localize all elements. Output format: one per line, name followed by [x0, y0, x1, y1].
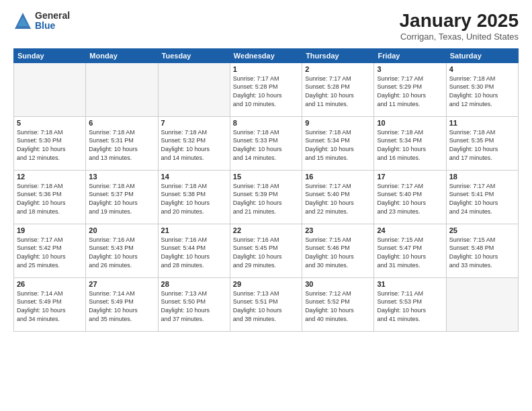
calendar-cell-w5-d2: 27Sunrise: 7:14 AM Sunset: 5:49 PM Dayli…: [86, 277, 158, 331]
col-sunday: Sunday: [14, 48, 86, 62]
day-number: 31: [377, 280, 443, 288]
day-number: 9: [305, 119, 371, 127]
calendar-cell-w1-d1: [14, 62, 86, 116]
calendar-cell-w2-d3: 7Sunrise: 7:18 AM Sunset: 5:32 PM Daylig…: [158, 116, 230, 170]
calendar-cell-w2-d7: 11Sunrise: 7:18 AM Sunset: 5:35 PM Dayli…: [446, 116, 518, 170]
logo: General Blue: [13, 11, 70, 32]
day-number: 4: [449, 65, 515, 73]
calendar-cell-w3-d2: 13Sunrise: 7:18 AM Sunset: 5:37 PM Dayli…: [86, 170, 158, 224]
day-number: 20: [89, 226, 154, 234]
calendar-cell-w3-d5: 16Sunrise: 7:17 AM Sunset: 5:40 PM Dayli…: [302, 170, 374, 224]
day-detail: Sunrise: 7:14 AM Sunset: 5:49 PM Dayligh…: [17, 289, 83, 323]
day-number: 2: [305, 65, 371, 73]
day-detail: Sunrise: 7:18 AM Sunset: 5:35 PM Dayligh…: [449, 128, 515, 162]
day-detail: Sunrise: 7:18 AM Sunset: 5:34 PM Dayligh…: [377, 128, 443, 162]
day-detail: Sunrise: 7:18 AM Sunset: 5:32 PM Dayligh…: [161, 128, 227, 162]
day-detail: Sunrise: 7:13 AM Sunset: 5:50 PM Dayligh…: [161, 289, 227, 323]
calendar-cell-w3-d3: 14Sunrise: 7:18 AM Sunset: 5:38 PM Dayli…: [158, 170, 230, 224]
calendar-cell-w4-d7: 25Sunrise: 7:15 AM Sunset: 5:48 PM Dayli…: [446, 224, 518, 277]
col-friday: Friday: [374, 48, 446, 62]
day-detail: Sunrise: 7:17 AM Sunset: 5:28 PM Dayligh…: [233, 75, 299, 108]
month-title: January 2025: [400, 11, 519, 32]
day-number: 26: [17, 280, 83, 288]
day-number: 28: [161, 280, 227, 288]
day-detail: Sunrise: 7:17 AM Sunset: 5:41 PM Dayligh…: [449, 182, 515, 216]
day-number: 30: [305, 280, 371, 288]
day-detail: Sunrise: 7:11 AM Sunset: 5:53 PM Dayligh…: [377, 289, 443, 323]
day-detail: Sunrise: 7:17 AM Sunset: 5:42 PM Dayligh…: [17, 236, 83, 269]
day-detail: Sunrise: 7:18 AM Sunset: 5:30 PM Dayligh…: [17, 128, 83, 162]
location-subtitle: Corrigan, Texas, United States: [400, 32, 519, 42]
calendar-cell-w1-d7: 4Sunrise: 7:18 AM Sunset: 5:30 PM Daylig…: [446, 62, 518, 116]
logo-text: General Blue: [35, 11, 70, 32]
calendar-cell-w2-d2: 6Sunrise: 7:18 AM Sunset: 5:31 PM Daylig…: [86, 116, 158, 170]
calendar-cell-w4-d2: 20Sunrise: 7:16 AM Sunset: 5:43 PM Dayli…: [86, 224, 158, 277]
day-detail: Sunrise: 7:18 AM Sunset: 5:38 PM Dayligh…: [161, 182, 227, 216]
day-detail: Sunrise: 7:17 AM Sunset: 5:40 PM Dayligh…: [305, 182, 371, 216]
calendar-cell-w5-d6: 31Sunrise: 7:11 AM Sunset: 5:53 PM Dayli…: [374, 277, 446, 331]
day-number: 21: [161, 226, 227, 234]
calendar-cell-w4-d1: 19Sunrise: 7:17 AM Sunset: 5:42 PM Dayli…: [14, 224, 86, 277]
day-number: 15: [233, 173, 299, 181]
day-detail: Sunrise: 7:16 AM Sunset: 5:43 PM Dayligh…: [89, 236, 154, 269]
day-number: 24: [377, 226, 443, 234]
day-detail: Sunrise: 7:18 AM Sunset: 5:33 PM Dayligh…: [233, 128, 299, 162]
day-number: 19: [17, 226, 83, 234]
day-number: 22: [233, 226, 299, 234]
week-row-1: 1Sunrise: 7:17 AM Sunset: 5:28 PM Daylig…: [14, 62, 519, 116]
week-row-3: 12Sunrise: 7:18 AM Sunset: 5:36 PM Dayli…: [14, 170, 519, 224]
logo-icon: [13, 11, 32, 30]
calendar-table: Sunday Monday Tuesday Wednesday Thursday…: [13, 48, 519, 332]
day-detail: Sunrise: 7:18 AM Sunset: 5:39 PM Dayligh…: [233, 182, 299, 216]
day-detail: Sunrise: 7:18 AM Sunset: 5:36 PM Dayligh…: [17, 182, 83, 216]
day-number: 17: [377, 173, 443, 181]
day-detail: Sunrise: 7:16 AM Sunset: 5:44 PM Dayligh…: [161, 236, 227, 269]
day-detail: Sunrise: 7:17 AM Sunset: 5:28 PM Dayligh…: [305, 75, 371, 108]
day-detail: Sunrise: 7:18 AM Sunset: 5:37 PM Dayligh…: [89, 182, 154, 216]
day-number: 1: [233, 65, 299, 73]
calendar-cell-w5-d3: 28Sunrise: 7:13 AM Sunset: 5:50 PM Dayli…: [158, 277, 230, 331]
day-number: 13: [89, 173, 154, 181]
day-number: 12: [17, 173, 83, 181]
calendar-cell-w2-d5: 9Sunrise: 7:18 AM Sunset: 5:34 PM Daylig…: [302, 116, 374, 170]
day-number: 18: [449, 173, 515, 181]
calendar-cell-w4-d4: 22Sunrise: 7:16 AM Sunset: 5:45 PM Dayli…: [230, 224, 302, 277]
day-number: 29: [233, 280, 299, 288]
day-detail: Sunrise: 7:12 AM Sunset: 5:52 PM Dayligh…: [305, 289, 371, 323]
day-detail: Sunrise: 7:15 AM Sunset: 5:46 PM Dayligh…: [305, 236, 371, 269]
day-detail: Sunrise: 7:16 AM Sunset: 5:45 PM Dayligh…: [233, 236, 299, 269]
calendar-cell-w5-d7: [446, 277, 518, 331]
day-number: 7: [161, 119, 227, 127]
calendar-cell-w4-d5: 23Sunrise: 7:15 AM Sunset: 5:46 PM Dayli…: [302, 224, 374, 277]
calendar-cell-w1-d5: 2Sunrise: 7:17 AM Sunset: 5:28 PM Daylig…: [302, 62, 374, 116]
calendar-cell-w5-d5: 30Sunrise: 7:12 AM Sunset: 5:52 PM Dayli…: [302, 277, 374, 331]
header: General Blue January 2025 Corrigan, Texa…: [13, 11, 519, 42]
week-row-2: 5Sunrise: 7:18 AM Sunset: 5:30 PM Daylig…: [14, 116, 519, 170]
title-block: January 2025 Corrigan, Texas, United Sta…: [400, 11, 519, 42]
calendar-cell-w2-d1: 5Sunrise: 7:18 AM Sunset: 5:30 PM Daylig…: [14, 116, 86, 170]
calendar-cell-w5-d1: 26Sunrise: 7:14 AM Sunset: 5:49 PM Dayli…: [14, 277, 86, 331]
calendar-cell-w1-d6: 3Sunrise: 7:17 AM Sunset: 5:29 PM Daylig…: [374, 62, 446, 116]
col-saturday: Saturday: [446, 48, 518, 62]
calendar-cell-w4-d6: 24Sunrise: 7:15 AM Sunset: 5:47 PM Dayli…: [374, 224, 446, 277]
calendar-cell-w2-d6: 10Sunrise: 7:18 AM Sunset: 5:34 PM Dayli…: [374, 116, 446, 170]
calendar-cell-w5-d4: 29Sunrise: 7:13 AM Sunset: 5:51 PM Dayli…: [230, 277, 302, 331]
day-number: 14: [161, 173, 227, 181]
week-row-5: 26Sunrise: 7:14 AM Sunset: 5:49 PM Dayli…: [14, 277, 519, 331]
day-number: 3: [377, 65, 443, 73]
calendar-cell-w3-d4: 15Sunrise: 7:18 AM Sunset: 5:39 PM Dayli…: [230, 170, 302, 224]
calendar-cell-w3-d1: 12Sunrise: 7:18 AM Sunset: 5:36 PM Dayli…: [14, 170, 86, 224]
col-wednesday: Wednesday: [230, 48, 302, 62]
day-number: 8: [233, 119, 299, 127]
calendar-cell-w1-d3: [158, 62, 230, 116]
col-thursday: Thursday: [302, 48, 374, 62]
day-detail: Sunrise: 7:17 AM Sunset: 5:29 PM Dayligh…: [377, 75, 443, 108]
day-detail: Sunrise: 7:13 AM Sunset: 5:51 PM Dayligh…: [233, 289, 299, 323]
day-detail: Sunrise: 7:18 AM Sunset: 5:34 PM Dayligh…: [305, 128, 371, 162]
day-number: 27: [89, 280, 154, 288]
day-detail: Sunrise: 7:17 AM Sunset: 5:40 PM Dayligh…: [377, 182, 443, 216]
day-detail: Sunrise: 7:14 AM Sunset: 5:49 PM Dayligh…: [89, 289, 154, 323]
day-detail: Sunrise: 7:15 AM Sunset: 5:47 PM Dayligh…: [377, 236, 443, 269]
page: General Blue January 2025 Corrigan, Texa…: [0, 0, 532, 411]
day-number: 25: [449, 226, 515, 234]
